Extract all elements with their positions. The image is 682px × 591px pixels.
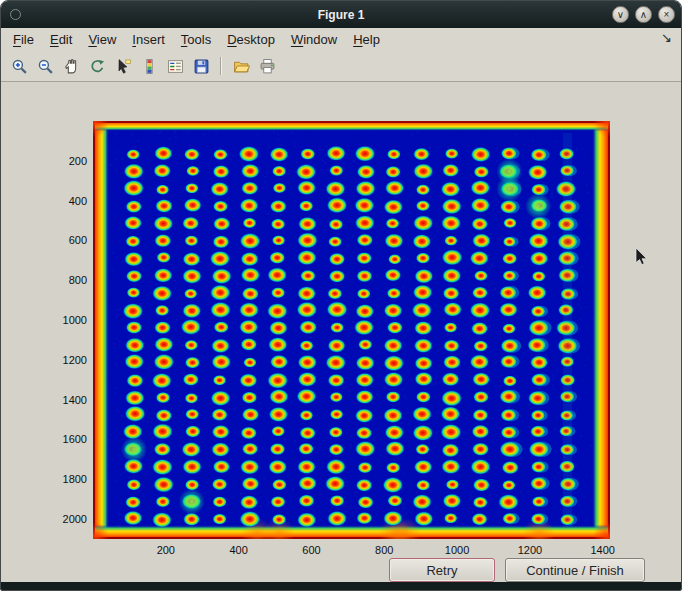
x-tick-label: 1000 [445,544,469,556]
y-tick-label: 600 [69,234,87,246]
figure-canvas-area: 200400600800100012001400160018002000 200… [1,82,681,584]
colorbar-icon [141,58,158,75]
menu-help[interactable]: Help [345,30,388,49]
retry-button[interactable]: Retry [389,558,495,582]
y-tick-label: 1000 [63,314,87,326]
zoom-in-icon [11,58,28,75]
rotate-3d-icon [89,58,106,75]
x-tick-label: 200 [157,544,175,556]
toolbar-separator [220,57,222,75]
data-cursor-icon [115,58,132,75]
continue-finish-button[interactable]: Continue / Finish [505,558,645,582]
x-tick-label: 1200 [518,544,542,556]
toolbar [1,51,681,82]
y-tick-label: 1600 [63,433,87,445]
y-tick-label: 400 [69,195,87,207]
legend-icon [167,58,184,75]
save-button[interactable] [189,54,213,78]
heatmap-image[interactable] [93,121,610,539]
x-tick-label: 400 [229,544,247,556]
close-button[interactable]: × [658,6,675,23]
zoom-out-icon [37,58,54,75]
y-tick-label: 1400 [63,394,87,406]
menubar: FileEditViewInsertToolsDesktopWindowHelp… [1,28,681,51]
window-title: Figure 1 [318,8,365,22]
data-cursor-button[interactable] [111,54,135,78]
window-menu-icon[interactable] [10,9,21,20]
menu-insert[interactable]: Insert [124,30,173,49]
zoom-out-button[interactable] [33,54,57,78]
x-tick-label: 600 [302,544,320,556]
shade-button[interactable]: ∨ [612,6,629,23]
menu-view[interactable]: View [80,30,124,49]
menu-tools[interactable]: Tools [173,30,219,49]
menu-window[interactable]: Window [283,30,345,49]
window-bottom-border [1,582,681,590]
y-tick-label: 200 [69,155,87,167]
save-icon [193,58,210,75]
rotate-3d-button[interactable] [85,54,109,78]
colorbar-button[interactable] [137,54,161,78]
print-button[interactable] [255,54,279,78]
pan-button[interactable] [59,54,83,78]
dock-icon[interactable]: ↘ [661,30,672,45]
open-folder-button[interactable] [229,54,253,78]
pan-icon [63,58,80,75]
y-tick-label: 800 [69,274,87,286]
mouse-cursor [635,248,649,268]
menu-file[interactable]: File [5,30,42,49]
titlebar[interactable]: Figure 1 ∨ ∧ × [1,1,681,28]
window-controls: ∨ ∧ × [612,6,675,23]
print-icon [259,58,276,75]
menu-desktop[interactable]: Desktop [219,30,283,49]
zoom-in-button[interactable] [7,54,31,78]
y-tick-label: 1800 [63,473,87,485]
menu-items: FileEditViewInsertToolsDesktopWindowHelp [5,30,388,49]
x-tick-label: 1400 [590,544,614,556]
figure-window: Figure 1 ∨ ∧ × FileEditViewInsertToolsDe… [0,0,682,591]
menu-edit[interactable]: Edit [42,30,80,49]
y-tick-label: 1200 [63,354,87,366]
open-folder-icon [233,58,250,75]
y-tick-label: 2000 [63,513,87,525]
legend-button[interactable] [163,54,187,78]
maximize-button[interactable]: ∧ [635,6,652,23]
x-tick-label: 800 [375,544,393,556]
